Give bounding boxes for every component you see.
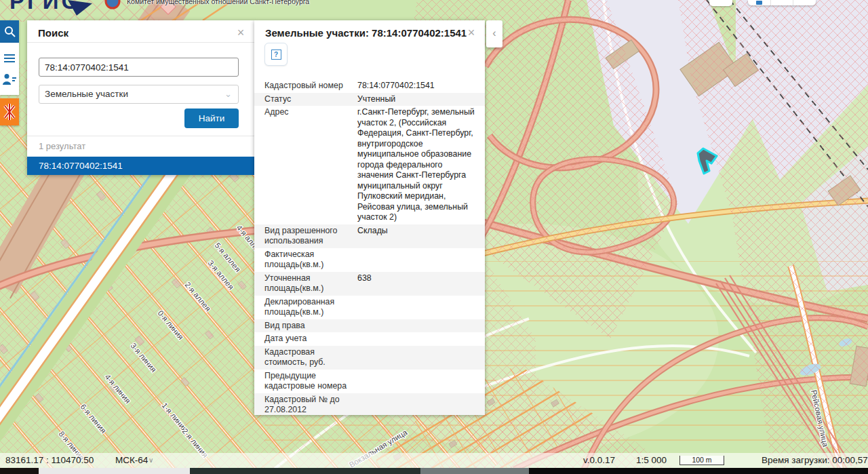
detail-value — [357, 371, 485, 392]
identify-tool-icon: ? — [271, 50, 281, 60]
detail-value — [357, 321, 485, 332]
panel-collapse-button[interactable]: ‹ — [486, 20, 502, 47]
chevron-down-icon: ⌄ — [224, 89, 232, 99]
detail-label: Предыдущие кадастровые номера — [254, 371, 357, 392]
detail-row: Кадастровая стоимость, руб. — [254, 346, 485, 370]
detail-label: Статус — [254, 94, 357, 105]
search-category-select[interactable]: Земельные участки ⌄ — [39, 85, 239, 104]
detail-value: г.Санкт-Петербург, земельный участок 2, … — [357, 107, 485, 223]
detail-value: Склады — [357, 226, 485, 247]
detail-value: 638 — [357, 273, 485, 294]
detail-label: Кадастровая стоимость, руб. — [254, 347, 357, 368]
detail-row: Вид права — [254, 319, 485, 333]
app-version: v.0.0.17 — [583, 455, 615, 465]
cursor-coordinates: 83161.17 : 110470.50 — [5, 455, 94, 465]
org-emblem-icon — [103, 0, 122, 12]
map-tool-button[interactable] — [771, 0, 794, 5]
search-result-item[interactable]: 78:14:0770402:1541 — [27, 157, 254, 175]
scale-bar: 100 m — [679, 456, 724, 465]
search-panel: Поиск × Земельные участки ⌄ Найти 1 резу… — [27, 20, 254, 175]
find-button[interactable]: Найти — [184, 108, 239, 128]
detail-row: Предыдущие кадастровые номера — [254, 370, 485, 393]
app-window: 4-я аллея5-я аллея3-я аллея2-я аллея0-я … — [0, 0, 868, 474]
detail-value — [357, 347, 485, 368]
search-panel-title: Поиск — [38, 27, 68, 39]
detail-row: СтатусУчтенный — [254, 93, 485, 106]
sidebar-search-button[interactable] — [0, 20, 19, 43]
divider — [27, 136, 254, 136]
scrollbar-segment — [190, 468, 420, 474]
map-tool-button[interactable] — [793, 0, 816, 5]
detail-row: Декларированная площадь(кв.м.) — [254, 296, 485, 319]
detail-row: Дата учета — [254, 332, 485, 346]
spb-emblem-icon — [3, 103, 16, 121]
detail-row: Адресг.Санкт-Петербург, земельный участо… — [254, 106, 485, 224]
close-icon[interactable]: × — [234, 26, 248, 39]
org-name: Комитет имущественных отношений Санкт-Пе… — [127, 0, 309, 5]
detail-label: Декларированная площадь(кв.м.) — [254, 297, 357, 318]
search-input[interactable] — [39, 58, 239, 77]
detail-label: Уточненная площадь(кв.м.) — [254, 273, 357, 294]
detail-row: Кадастровый номер78:14:0770402:1541 — [254, 79, 485, 93]
search-category-value: Земельные участки — [45, 89, 128, 99]
tool-icon — [756, 1, 762, 5]
detail-value — [357, 250, 485, 271]
results-count: 1 результат — [39, 141, 85, 151]
scrollbar-segment — [420, 468, 529, 474]
detail-label: Адрес — [254, 107, 357, 223]
identify-tool-button[interactable]: ? — [264, 43, 288, 66]
detail-value — [357, 297, 485, 318]
horizontal-scrollbar[interactable] — [0, 468, 868, 474]
close-icon[interactable]: × — [465, 26, 478, 39]
crs-selector[interactable]: МСК-64 — [115, 455, 148, 465]
detail-row: Вид разрешенного использованияСклады — [254, 224, 485, 248]
detail-value: Учтенный — [357, 94, 485, 105]
detail-label: Кадастровый номер — [254, 81, 357, 92]
detail-value — [357, 334, 485, 344]
details-panel-title: Земельные участки: 78:14:0770402:1541 — [265, 27, 467, 39]
scrollbar-segment — [0, 468, 39, 474]
detail-value — [357, 395, 485, 416]
detail-row: Уточненная площадь(кв.м.)638 — [254, 272, 485, 296]
map-scale[interactable]: 1:5 000 — [636, 455, 667, 465]
sidebar-tool-group — [0, 43, 19, 95]
attribute-table: Кадастровый номер78:14:0770402:1541Стату… — [254, 79, 485, 415]
sidebar-kio-emblem-button[interactable] — [0, 98, 19, 125]
scrollbar-thumb[interactable] — [39, 468, 190, 474]
status-bar: 83161.17 : 110470.50 МСК-64 ∨ v.0.0.17 1… — [0, 453, 868, 468]
layers-menu-icon[interactable] — [4, 52, 15, 64]
user-icon[interactable] — [2, 73, 17, 85]
detail-label: Вид права — [254, 321, 357, 332]
detail-label: Фактическая площадь(кв.м.) — [254, 250, 357, 271]
detail-label: Дата учета — [254, 334, 357, 344]
map-tool-group — [748, 0, 816, 5]
details-panel: Земельные участки: 78:14:0770402:1541 × … — [254, 20, 485, 415]
load-time: Время загрузки: 00:00,57 — [762, 455, 868, 465]
search-icon — [4, 26, 16, 37]
detail-label: Вид разрешенного использования — [254, 226, 357, 247]
map-tool-button[interactable] — [748, 0, 771, 5]
detail-row: Фактическая площадь(кв.м.) — [254, 248, 485, 272]
detail-label: Кадастровый № до 27.08.2012 — [254, 395, 357, 416]
details-panel-header: Земельные участки: 78:14:0770402:1541 × — [254, 20, 485, 38]
logo-arrow-icon — [68, 0, 95, 16]
chevron-down-icon: ∨ — [149, 456, 153, 464]
map-tool-button[interactable] — [709, 0, 732, 6]
detail-value: 78:14:0770402:1541 — [357, 81, 485, 92]
detail-row: Кадастровый № до 27.08.2012 — [254, 393, 485, 416]
search-panel-header: Поиск × — [27, 20, 254, 43]
